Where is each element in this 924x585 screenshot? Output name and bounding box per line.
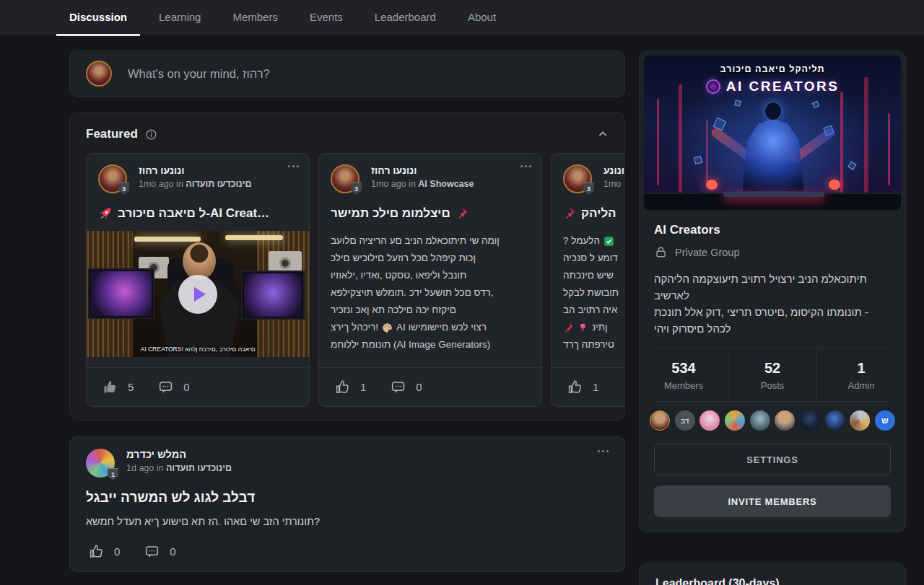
- member-avatar[interactable]: [800, 410, 820, 431]
- tab-leaderboard[interactable]: Leaderboard: [362, 0, 449, 36]
- featured-card-welcome[interactable]: 3 זוהר וענונו 1mo ago in הודעות ועדכונים…: [86, 153, 310, 407]
- like-button[interactable]: [335, 379, 350, 395]
- decor: [679, 84, 682, 193]
- info-icon[interactable]: [145, 128, 157, 141]
- member-avatar[interactable]: [825, 410, 845, 431]
- category-link[interactable]: הודעות ועדכונים: [166, 463, 232, 473]
- avatar[interactable]: 3: [563, 164, 592, 193]
- video-thumbnail[interactable]: AI CREATORS! אהלן חברים, ברוכים הבאים: [87, 231, 309, 357]
- comment-button[interactable]: [144, 544, 160, 559]
- decor: [764, 102, 782, 120]
- group-stats: 534 Members 52 Posts 1 Admin: [640, 349, 905, 401]
- lock-icon: [654, 245, 668, 259]
- avatar: [86, 61, 112, 87]
- like-button[interactable]: [103, 379, 118, 395]
- post-title[interactable]: קהילה: [581, 206, 616, 221]
- chevron-up-icon[interactable]: [597, 128, 609, 140]
- decor: [88, 268, 154, 319]
- decor: [694, 156, 702, 164]
- post-title[interactable]: לגביי הרשמה של גוגל בלבד: [86, 490, 609, 506]
- feed-post[interactable]: 1 מרדכי שלמה 1d ago in הודעות ועדכונים ל…: [69, 436, 625, 572]
- level-badge: 1: [108, 468, 118, 480]
- post-meta: 1d ago in הודעות ועדכונים: [126, 463, 232, 473]
- author-name[interactable]: זוהר וענונו: [139, 164, 251, 176]
- member-avatar[interactable]: [725, 410, 745, 431]
- tab-discussion[interactable]: Discussion: [56, 0, 140, 36]
- tab-learning[interactable]: Learning: [146, 0, 214, 36]
- post-title[interactable]: רשימת כלים מומלצים: [331, 206, 450, 221]
- leaderboard-card-title: Leaderboard (30-days): [639, 563, 906, 585]
- author-name[interactable]: ענונו: [603, 164, 624, 176]
- member-avatar[interactable]: [850, 410, 870, 431]
- divider: [654, 401, 891, 402]
- like-button[interactable]: [89, 544, 104, 559]
- top-tab-bar: Discussion Learning Members Events Leade…: [0, 0, 924, 36]
- member-avatar[interactable]: ש: [875, 410, 895, 431]
- decor: [734, 100, 741, 107]
- category-link[interactable]: AI Showcase: [418, 179, 474, 189]
- author-name[interactable]: זוהר וענונו: [371, 164, 474, 176]
- video-caption: AI CREATORS! אהלן חברים, ברוכים הבאים: [87, 346, 309, 353]
- level-badge: 3: [351, 182, 362, 195]
- decor: [706, 120, 708, 185]
- member-avatar[interactable]: [650, 410, 670, 431]
- stat-admin[interactable]: 1 Admin: [816, 349, 905, 401]
- member-avatar[interactable]: בד: [675, 410, 695, 431]
- group-card: ברוכים הבאים לקהילת AI CREATORS AI Creat…: [639, 50, 906, 532]
- palette-icon: [382, 322, 393, 333]
- comment-button[interactable]: [391, 379, 406, 395]
- composer-prompt[interactable]: What's on your mind, זוהר?: [128, 67, 270, 81]
- comment-button[interactable]: [158, 379, 173, 395]
- banner-welcome-text: ברוכים הבאים לקהילת: [644, 64, 901, 74]
- post-meta: 1mo: [603, 179, 624, 189]
- post-body: בעולם היצירה עם בינה מלאכותית יש המון כל…: [331, 232, 530, 353]
- tab-members[interactable]: Members: [219, 0, 291, 36]
- category-link[interactable]: הודעות ועדכונים: [186, 179, 251, 189]
- member-avatar[interactable]: [775, 410, 795, 431]
- banner-logo-text: AI CREATORS: [726, 79, 840, 94]
- decor: [864, 77, 868, 193]
- featured-card-tools[interactable]: 3 זוהר וענונו 1mo ago in AI Showcase רשי…: [318, 153, 542, 407]
- tab-events[interactable]: Events: [297, 0, 356, 36]
- play-icon[interactable]: [178, 275, 217, 314]
- stat-members[interactable]: 534 Members: [640, 349, 728, 401]
- decor: [840, 92, 843, 193]
- decor: [706, 180, 718, 190]
- post-composer[interactable]: What's on your mind, זוהר?: [69, 50, 625, 97]
- group-name: AI Creators: [654, 223, 891, 237]
- post-body: ? למעלה היכנס ל עמוד התכנים שיש לקבל תשו…: [563, 232, 624, 353]
- member-avatar[interactable]: [750, 410, 770, 431]
- avatar[interactable]: 3: [331, 164, 359, 193]
- decor: [723, 192, 824, 197]
- like-button[interactable]: [567, 379, 583, 395]
- post-title[interactable]: ברוכים הבאים ל-AI Creat…: [118, 206, 269, 221]
- stat-posts[interactable]: 52 Posts: [728, 349, 816, 401]
- decor: [657, 99, 659, 185]
- group-banner[interactable]: ברוכים הבאים לקהילת AI CREATORS: [644, 56, 901, 210]
- like-count: 0: [114, 545, 120, 558]
- member-avatar[interactable]: [699, 410, 720, 431]
- round-pin-icon: [578, 322, 588, 333]
- kebab-menu-icon[interactable]: [520, 165, 531, 167]
- invite-members-button[interactable]: INVITE MEMBERS: [654, 485, 891, 517]
- featured-card-community[interactable]: 3 ענונו 1mo קהילה ? למעלה היכנס ל עמוד: [551, 153, 624, 407]
- post-meta: 1mo ago in הודעות ועדכונים: [139, 179, 251, 189]
- tab-about[interactable]: About: [455, 0, 509, 36]
- pushpin-icon: [456, 207, 468, 220]
- avatar[interactable]: 1: [86, 449, 115, 478]
- like-count: 5: [128, 381, 134, 393]
- featured-carousel: 3 זוהר וענונו 1mo ago in הודעות ועדכונים…: [70, 153, 624, 407]
- author-name[interactable]: מרדכי שלמה: [126, 449, 232, 460]
- kebab-menu-icon[interactable]: [288, 165, 299, 167]
- avatar[interactable]: 3: [98, 164, 127, 193]
- privacy-label: Private Group: [675, 247, 739, 258]
- post-body: אשמח לדעת איך עושים את זה. והאם יש בזה י…: [86, 516, 609, 527]
- decor: [241, 270, 305, 320]
- level-badge: 3: [118, 182, 129, 195]
- decor: [225, 235, 283, 240]
- comment-count: 0: [183, 381, 189, 393]
- kebab-menu-icon[interactable]: [598, 450, 609, 452]
- like-count: 1: [593, 381, 598, 393]
- check-icon: [603, 236, 614, 247]
- settings-button[interactable]: SETTINGS: [654, 444, 891, 475]
